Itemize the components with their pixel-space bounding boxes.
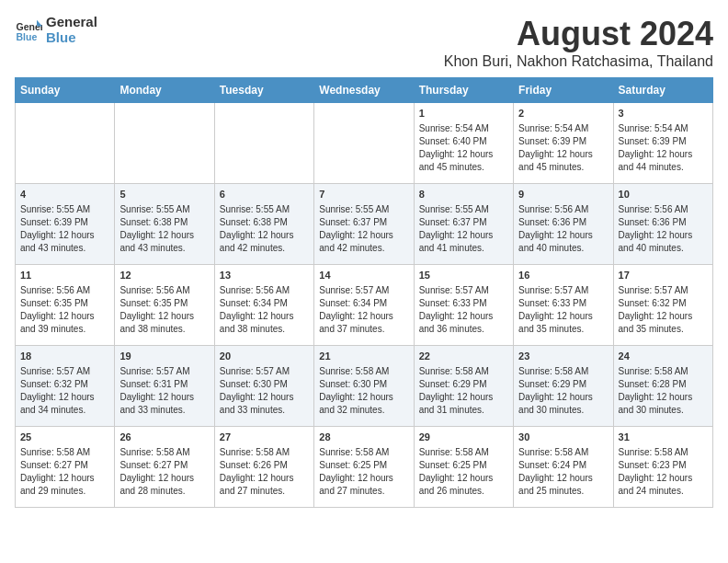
day-info: and 24 minutes. [619,485,708,498]
day-info: Sunrise: 5:57 AM [319,284,408,297]
day-info: Daylight: 12 hours [518,229,608,242]
day-info: Daylight: 12 hours [119,229,209,242]
day-info: Sunset: 6:32 PM [20,378,109,391]
day-number: 11 [20,269,109,282]
calendar-cell: 29Sunrise: 5:58 AMSunset: 6:25 PMDayligh… [414,427,513,508]
day-info: Sunrise: 5:55 AM [419,203,508,216]
day-info: Sunrise: 5:58 AM [419,365,508,378]
logo-blue: Blue [46,30,97,46]
day-info: Sunrise: 5:58 AM [619,446,708,459]
day-info: and 35 minutes. [518,323,608,336]
day-info: and 37 minutes. [319,323,408,336]
logo: General Blue General Blue [15,15,97,45]
day-info: Sunset: 6:40 PM [419,135,508,148]
day-number: 13 [220,269,309,282]
calendar-cell: 16Sunrise: 5:57 AMSunset: 6:33 PMDayligh… [514,265,613,346]
day-info: Daylight: 12 hours [319,472,408,485]
svg-text:Blue: Blue [17,30,38,41]
day-number: 1 [419,107,508,121]
week-row-4: 18Sunrise: 5:57 AMSunset: 6:32 PMDayligh… [16,346,713,427]
day-info: Daylight: 12 hours [419,310,508,323]
day-number: 28 [319,431,408,444]
day-info: Daylight: 12 hours [518,310,608,323]
header-monday: Monday [115,78,214,103]
header-sunday: Sunday [16,78,115,103]
day-info: Daylight: 12 hours [20,391,109,404]
day-info: Sunrise: 5:58 AM [220,446,309,459]
day-info: Daylight: 12 hours [619,472,708,485]
header-tuesday: Tuesday [214,78,313,103]
day-info: Daylight: 12 hours [119,472,209,485]
day-info: and 29 minutes. [20,485,109,498]
day-info: Sunset: 6:24 PM [518,459,608,472]
week-row-2: 4Sunrise: 5:55 AMSunset: 6:39 PMDaylight… [16,184,713,265]
calendar-cell: 27Sunrise: 5:58 AMSunset: 6:26 PMDayligh… [214,427,313,508]
day-info: Daylight: 12 hours [20,472,109,485]
day-number: 15 [419,269,508,282]
header-thursday: Thursday [414,78,513,103]
day-info: and 40 minutes. [518,242,608,255]
day-info: Sunset: 6:37 PM [319,216,408,229]
day-info: and 33 minutes. [220,404,309,417]
day-info: and 25 minutes. [518,485,608,498]
day-info: Daylight: 12 hours [319,310,408,323]
calendar-cell: 12Sunrise: 5:56 AMSunset: 6:35 PMDayligh… [115,265,214,346]
calendar-cell: 7Sunrise: 5:55 AMSunset: 6:37 PMDaylight… [314,184,414,265]
calendar-cell: 5Sunrise: 5:55 AMSunset: 6:38 PMDaylight… [115,184,214,265]
day-info: Sunrise: 5:57 AM [20,365,109,378]
day-info: and 33 minutes. [119,404,209,417]
day-info: Sunset: 6:34 PM [220,297,309,310]
day-info: and 35 minutes. [619,323,708,336]
day-number: 6 [220,188,309,201]
calendar-cell: 11Sunrise: 5:56 AMSunset: 6:35 PMDayligh… [16,265,115,346]
day-info: Daylight: 12 hours [20,229,109,242]
day-info: and 30 minutes. [518,404,608,417]
calendar-cell: 14Sunrise: 5:57 AMSunset: 6:34 PMDayligh… [314,265,414,346]
day-number: 26 [119,431,209,444]
day-info: Sunset: 6:26 PM [220,459,309,472]
calendar-cell [214,103,313,184]
day-info: Daylight: 12 hours [419,229,508,242]
day-info: and 27 minutes. [220,485,309,498]
day-info: Daylight: 12 hours [419,472,508,485]
day-info: and 45 minutes. [419,161,508,174]
day-number: 20 [220,350,309,363]
calendar-cell: 15Sunrise: 5:57 AMSunset: 6:33 PMDayligh… [414,265,513,346]
calendar-cell: 28Sunrise: 5:58 AMSunset: 6:25 PMDayligh… [314,427,414,508]
day-info: Sunrise: 5:56 AM [20,284,109,297]
day-info: and 26 minutes. [419,485,508,498]
week-row-3: 11Sunrise: 5:56 AMSunset: 6:35 PMDayligh… [16,265,713,346]
day-info: Daylight: 12 hours [220,472,309,485]
calendar-cell: 19Sunrise: 5:57 AMSunset: 6:31 PMDayligh… [115,346,214,427]
day-info: Sunrise: 5:55 AM [119,203,209,216]
day-info: Sunset: 6:29 PM [419,378,508,391]
day-info: Sunset: 6:25 PM [319,459,408,472]
day-info: Sunset: 6:36 PM [619,216,708,229]
day-info: and 31 minutes. [419,404,508,417]
day-number: 25 [20,431,109,444]
day-info: Sunrise: 5:55 AM [220,203,309,216]
day-number: 31 [619,431,708,444]
calendar-cell: 1Sunrise: 5:54 AMSunset: 6:40 PMDaylight… [414,103,513,184]
calendar-subtitle: Khon Buri, Nakhon Ratchasima, Thailand [444,53,713,70]
logo-general: General [46,15,97,30]
calendar-cell: 25Sunrise: 5:58 AMSunset: 6:27 PMDayligh… [16,427,115,508]
day-info: and 38 minutes. [220,323,309,336]
day-number: 9 [518,188,608,201]
day-info: Daylight: 12 hours [518,472,608,485]
day-info: and 42 minutes. [220,242,309,255]
day-info: Sunset: 6:30 PM [319,378,408,391]
day-info: Sunset: 6:36 PM [518,216,608,229]
calendar-cell: 20Sunrise: 5:57 AMSunset: 6:30 PMDayligh… [214,346,313,427]
day-info: Sunrise: 5:55 AM [319,203,408,216]
day-number: 30 [518,431,608,444]
calendar-cell: 6Sunrise: 5:55 AMSunset: 6:38 PMDaylight… [214,184,313,265]
day-info: Sunset: 6:33 PM [419,297,508,310]
calendar-cell: 22Sunrise: 5:58 AMSunset: 6:29 PMDayligh… [414,346,513,427]
calendar-cell: 17Sunrise: 5:57 AMSunset: 6:32 PMDayligh… [613,265,712,346]
day-info: Sunrise: 5:56 AM [619,203,708,216]
day-info: and 40 minutes. [619,242,708,255]
header-wednesday: Wednesday [314,78,414,103]
day-number: 22 [419,350,508,363]
day-info: Sunrise: 5:56 AM [518,203,608,216]
